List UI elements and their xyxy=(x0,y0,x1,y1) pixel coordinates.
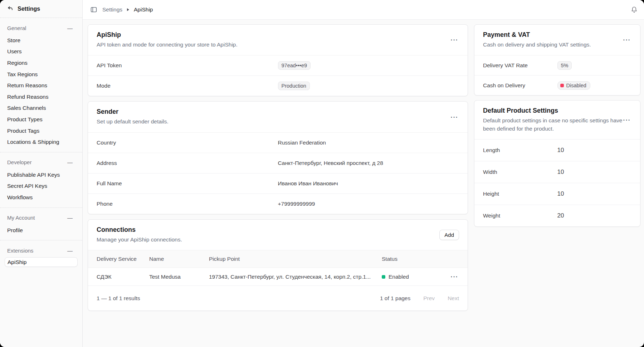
delivery-vat-badge: 5% xyxy=(557,61,572,70)
section-label: General xyxy=(7,25,26,31)
row-ellipsis-menu-icon[interactable]: ··· xyxy=(450,272,459,281)
breadcrumb-current: ApiShip xyxy=(134,6,153,13)
sidebar-section-developer: Developer — Publishable API Keys Secret … xyxy=(0,152,82,207)
api-token-row: API Token 97ead•••e9 xyxy=(88,55,468,75)
breadcrumb-settings[interactable]: Settings xyxy=(102,6,122,13)
sidebar-toggle-icon[interactable] xyxy=(91,6,97,13)
cash-on-delivery-row: Cash on Delivery Disabled xyxy=(474,75,640,95)
country-label: Country xyxy=(97,140,278,146)
address-row: Address Санкт-Петербург, Невский проспек… xyxy=(88,153,468,173)
sidebar-item-tax-regions[interactable]: Tax Regions xyxy=(0,69,82,80)
payment-vat-subtitle: Cash on delivery and shipping VAT settin… xyxy=(483,41,623,49)
sidebar-item-store[interactable]: Store xyxy=(0,35,82,46)
connections-card-subtitle: Manage your ApiShip connections. xyxy=(97,236,439,244)
sidebar-item-sales-channels[interactable]: Sales Channels xyxy=(0,103,82,114)
phone-label: Phone xyxy=(97,201,278,207)
cell-name: Test Medusa xyxy=(149,274,209,280)
ellipsis-menu-icon[interactable]: ··· xyxy=(623,35,631,44)
collapse-minus-icon[interactable]: — xyxy=(67,160,73,165)
payment-vat-card: Payment & VAT Cash on delivery and shipp… xyxy=(474,24,640,96)
cash-on-delivery-label: Cash on Delivery xyxy=(483,82,557,89)
default-product-settings-card: Default Product Settings Default product… xyxy=(474,100,640,226)
country-row: Country Russian Federation xyxy=(88,132,468,153)
prev-page-button[interactable]: Prev xyxy=(423,295,435,302)
back-arrow-icon[interactable] xyxy=(7,6,13,12)
length-value: 10 xyxy=(557,147,632,154)
pagination-pages: 1 of 1 pages xyxy=(380,295,410,302)
sidebar-item-publishable-api-keys[interactable]: Publishable API Keys xyxy=(0,169,82,181)
height-row: Height 10 xyxy=(474,183,640,205)
country-value: Russian Federation xyxy=(278,140,459,146)
add-connection-button[interactable]: Add xyxy=(439,230,459,240)
weight-label: Weight xyxy=(483,212,557,219)
sidebar-item-users[interactable]: Users xyxy=(0,46,82,58)
next-page-button[interactable]: Next xyxy=(448,295,459,302)
cash-on-delivery-status-badge: Disabled xyxy=(557,81,590,90)
weight-value: 20 xyxy=(557,212,632,219)
pagination: 1 — 1 of 1 results 1 of 1 pages Prev Nex… xyxy=(88,286,468,311)
height-value: 10 xyxy=(557,190,632,197)
topbar: Settings ApiShip xyxy=(83,0,644,20)
sidebar-item-workflows[interactable]: Workflows xyxy=(0,192,82,203)
api-token-label: API Token xyxy=(97,62,278,69)
delivery-vat-label: Delivery VAT Rate xyxy=(483,62,557,69)
collapse-minus-icon[interactable]: — xyxy=(67,248,73,253)
col-delivery-service: Delivery Service xyxy=(97,256,149,262)
col-name: Name xyxy=(149,256,209,262)
content-area: ApiShip API token and mode for connectin… xyxy=(83,20,644,347)
mode-row: Mode Production xyxy=(88,75,468,96)
sender-card: Sender Set up default sender details. ··… xyxy=(88,101,468,214)
col-status: Status xyxy=(382,256,445,262)
main-area: Settings ApiShip ApiShip xyxy=(83,0,644,347)
status-cell: Enabled xyxy=(382,274,445,280)
sidebar-item-locations-shipping[interactable]: Locations & Shipping xyxy=(0,136,82,148)
connections-card: Connections Manage your ApiShip connecti… xyxy=(88,219,468,311)
sidebar-item-product-tags[interactable]: Product Tags xyxy=(0,125,82,137)
sender-card-title: Sender xyxy=(97,108,450,116)
ellipsis-menu-icon[interactable]: ··· xyxy=(450,35,459,44)
apiship-card-title: ApiShip xyxy=(97,31,450,39)
col-pickup-point: Pickup Point xyxy=(209,256,382,262)
section-label: My Account xyxy=(7,215,35,221)
connection-table-row[interactable]: СДЭК Test Medusa 197343, Санкт-Петербург… xyxy=(88,268,468,286)
settings-sidebar: Settings General — Store Users Regions T… xyxy=(0,0,83,347)
phone-row: Phone +79999999999 xyxy=(88,194,468,214)
section-label: Developer xyxy=(7,159,31,165)
sidebar-section-general: General — Store Users Regions Tax Region… xyxy=(0,18,82,152)
payment-vat-title: Payment & VAT xyxy=(483,31,623,39)
pagination-results: 1 — 1 of 1 results xyxy=(97,295,140,302)
delivery-vat-row: Delivery VAT Rate 5% xyxy=(474,55,640,75)
apiship-card-subtitle: API token and mode for connecting your s… xyxy=(97,41,450,49)
sidebar-header[interactable]: Settings xyxy=(0,0,82,18)
sidebar-item-secret-api-keys[interactable]: Secret API Keys xyxy=(0,181,82,192)
sidebar-section-extensions: Extensions — ApiShip xyxy=(0,240,82,271)
sidebar-section-my-account: My Account — Profile xyxy=(0,208,82,240)
mode-label: Mode xyxy=(97,83,278,89)
length-label: Length xyxy=(483,147,557,153)
sidebar-item-product-types[interactable]: Product Types xyxy=(0,114,82,125)
ellipsis-menu-icon[interactable]: ··· xyxy=(623,116,631,124)
breadcrumb-separator-icon xyxy=(127,8,129,11)
mode-badge: Production xyxy=(278,82,310,90)
sidebar-item-regions[interactable]: Regions xyxy=(0,57,82,69)
app-window: Settings General — Store Users Regions T… xyxy=(0,0,644,347)
bell-icon[interactable] xyxy=(631,6,638,13)
sidebar-item-apiship[interactable]: ApiShip xyxy=(5,257,78,267)
apiship-card: ApiShip API token and mode for connectin… xyxy=(88,24,468,96)
width-label: Width xyxy=(483,169,557,175)
length-row: Length 10 xyxy=(474,139,640,161)
sidebar-item-return-reasons[interactable]: Return Reasons xyxy=(0,80,82,91)
full-name-label: Full Name xyxy=(97,180,278,187)
status-dot-disabled xyxy=(560,84,564,87)
cash-on-delivery-status-text: Disabled xyxy=(566,83,586,88)
cell-delivery-service: СДЭК xyxy=(97,274,149,280)
ellipsis-menu-icon[interactable]: ··· xyxy=(450,113,459,122)
sidebar-title: Settings xyxy=(18,6,40,12)
collapse-minus-icon[interactable]: — xyxy=(67,215,73,220)
sidebar-item-refund-reasons[interactable]: Refund Reasons xyxy=(0,91,82,103)
section-label: Extensions xyxy=(7,248,33,254)
collapse-minus-icon[interactable]: — xyxy=(67,25,73,31)
width-value: 10 xyxy=(557,168,632,176)
status-dot-enabled xyxy=(382,275,385,279)
sidebar-item-profile[interactable]: Profile xyxy=(0,225,82,236)
